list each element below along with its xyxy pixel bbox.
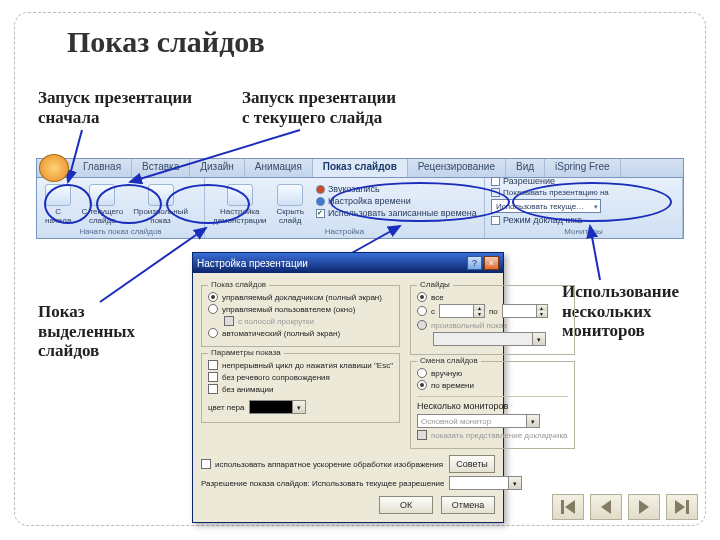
help-button[interactable]: ?	[467, 256, 482, 270]
tab-home[interactable]: Главная	[73, 159, 132, 177]
tab-review[interactable]: Рецензирование	[408, 159, 506, 177]
check-hw-accel[interactable]: использовать аппаратное ускорение обрабо…	[201, 455, 495, 473]
cancel-button[interactable]: Отмена	[441, 496, 495, 514]
callout-from-beginning: Запуск презентациисначала	[38, 88, 192, 127]
radio-all-slides[interactable]: все	[417, 292, 568, 302]
group-options: Параметры показа непрерывный цикл до наж…	[201, 353, 400, 423]
highlight-oval	[330, 182, 510, 222]
slide-nav	[552, 494, 698, 520]
nav-next-button[interactable]	[628, 494, 660, 520]
page-title: Показ слайдов	[67, 25, 683, 59]
group-slides: Слайды все с ▴▾ по ▴▾ произвольный показ…	[410, 285, 575, 355]
radio-browsed[interactable]: управляемый пользователем (окно)	[208, 304, 393, 314]
nav-last-button[interactable]	[666, 494, 698, 520]
close-button[interactable]: ×	[484, 256, 499, 270]
radio-timings[interactable]: по времени	[417, 380, 568, 390]
tab-slideshow[interactable]: Показ слайдов	[313, 159, 408, 177]
tab-insert[interactable]: Вставка	[132, 159, 190, 177]
check-no-narration[interactable]: без речевого сопровождения	[208, 372, 393, 382]
radio-presenter[interactable]: управляемый докладчиком (полный экран)	[208, 292, 393, 302]
dialog-titlebar[interactable]: Настройка презентации ? ×	[193, 253, 503, 273]
tips-button[interactable]: Советы	[449, 455, 495, 473]
highlight-oval	[44, 184, 92, 224]
callout-from-current: Запуск презентациис текущего слайда	[242, 88, 396, 127]
radio-custom-show[interactable]: произвольный показ	[417, 320, 568, 330]
check-no-animation[interactable]: без анимации	[208, 384, 393, 394]
nav-first-button[interactable]	[552, 494, 584, 520]
radio-kiosk[interactable]: автоматический (полный экран)	[208, 328, 393, 338]
multi-monitor-combo[interactable]: Основной монитор▾	[417, 414, 540, 428]
resolution-combo[interactable]: ▾	[449, 476, 522, 490]
setup-show-dialog: Настройка презентации ? × Показ слайдов …	[192, 252, 504, 523]
highlight-oval	[96, 184, 162, 224]
nav-prev-button[interactable]	[590, 494, 622, 520]
tab-view[interactable]: Вид	[506, 159, 545, 177]
ok-button[interactable]: ОК	[379, 496, 433, 514]
group-advance: Смена слайдов вручную по времени Несколь…	[410, 361, 575, 449]
group-show-type: Показ слайдов управляемый докладчиком (п…	[201, 285, 400, 347]
tab-ispring[interactable]: iSpring Free	[545, 159, 620, 177]
pen-color-combo[interactable]: ▾	[249, 400, 306, 414]
check-presenter-view[interactable]: показать представление докладчика	[417, 430, 568, 440]
to-spinner[interactable]: ▴▾	[502, 304, 548, 318]
radio-slide-range[interactable]: с ▴▾ по ▴▾	[417, 304, 568, 318]
group-setup-label: Настройка	[211, 227, 478, 236]
group-start-label: Начать показ слайдов	[43, 227, 198, 236]
check-scrollbar[interactable]: с полосой прокрутки	[224, 316, 393, 326]
custom-show-combo[interactable]: ▾	[433, 332, 546, 346]
radio-manual[interactable]: вручную	[417, 368, 568, 378]
check-loop[interactable]: непрерывный цикл до нажатия клавиши "Esc…	[208, 360, 393, 370]
from-spinner[interactable]: ▴▾	[439, 304, 485, 318]
office-button[interactable]	[39, 154, 69, 182]
dialog-title: Настройка презентации	[197, 258, 308, 269]
callout-monitors: Использованиенесколькихмониторов	[562, 282, 679, 341]
callout-custom-show: Показвыделенныхслайдов	[38, 302, 135, 361]
hide-slide-button[interactable]: Скрытьслайд	[275, 184, 306, 225]
group-monitors-label: Мониторы	[491, 227, 676, 236]
tab-animation[interactable]: Анимация	[245, 159, 313, 177]
ribbon-tabs: Главная Вставка Дизайн Анимация Показ сл…	[36, 158, 684, 177]
highlight-oval	[166, 184, 250, 224]
tab-design[interactable]: Дизайн	[190, 159, 245, 177]
highlight-oval	[512, 182, 672, 222]
